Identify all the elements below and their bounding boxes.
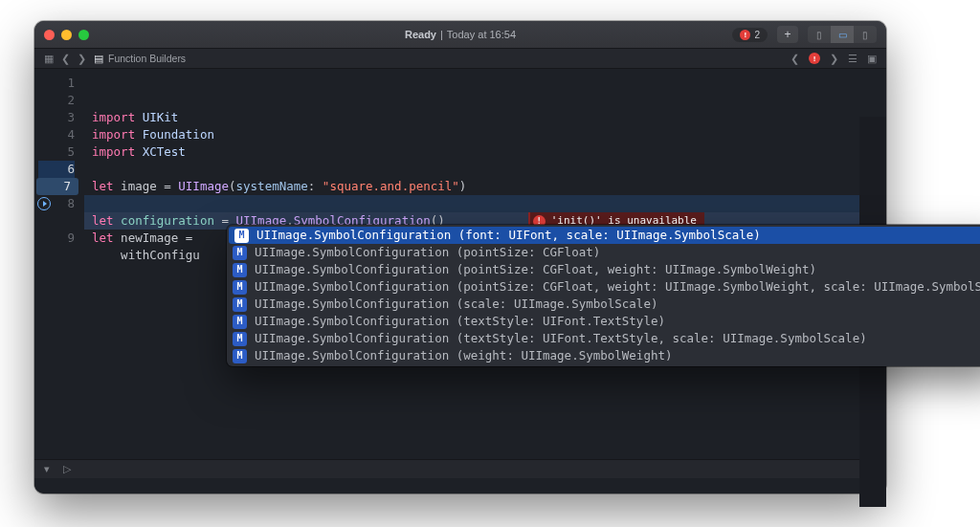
autocomplete-item[interactable]: MUIImage.SymbolConfiguration (pointSize:…: [227, 244, 980, 261]
line-number[interactable]: [38, 212, 75, 230]
plus-icon: +: [784, 28, 791, 41]
jump-bar-right: ❮ ! ❯ ☰ ▣: [791, 53, 877, 65]
window-bottom: [34, 478, 886, 494]
related-items-icon[interactable]: ▦: [44, 53, 54, 65]
line-number[interactable]: 5: [38, 143, 75, 161]
swift-file-icon: ▤: [94, 53, 103, 64]
panel-segment[interactable]: ▯ ▭ ▯: [808, 26, 877, 43]
status-sep: |: [440, 29, 443, 40]
left-panel-icon[interactable]: ▯: [808, 26, 831, 43]
completion-kind-icon: M: [233, 263, 247, 277]
line-number[interactable]: 3: [38, 109, 75, 126]
titlebar-right: ! 2 + ▯ ▭ ▯: [732, 26, 877, 43]
status-strong: Ready: [405, 29, 436, 40]
completion-kind-icon: M: [233, 332, 247, 346]
completion-signature: UIImage.SymbolConfiguration (font: UIFon…: [256, 227, 761, 244]
error-count: 2: [754, 30, 760, 40]
line-gutter[interactable]: 123456789: [34, 69, 84, 459]
titlebar: Ready | Today at 16:54 ! 2 + ▯ ▭ ▯: [34, 21, 886, 48]
status-time: Today at 16:54: [447, 29, 516, 40]
code-line[interactable]: let image = UIImage(systemName: "square.…: [84, 178, 886, 195]
line-number[interactable]: 1: [38, 75, 75, 92]
completion-signature: UIImage.SymbolConfiguration (pointSize: …: [255, 278, 980, 296]
debug-bar: ▾ ▷: [34, 459, 886, 478]
traffic-lights: [44, 30, 89, 40]
add-tab-button[interactable]: +: [777, 26, 798, 43]
autocomplete-item[interactable]: MUIImage.SymbolConfiguration (textStyle:…: [227, 330, 980, 347]
code-line[interactable]: [84, 195, 886, 212]
completion-signature: UIImage.SymbolConfiguration (textStyle: …: [255, 313, 665, 330]
bottom-panel-icon[interactable]: ▭: [831, 26, 854, 43]
line-number[interactable]: 2: [38, 92, 75, 109]
autocomplete-popover[interactable]: MUIImage.SymbolConfiguration (font: UIFo…: [227, 225, 980, 366]
completion-signature: UIImage.SymbolConfiguration (scale: UIIm…: [255, 296, 657, 313]
breadcrumb-file: Function Builders: [108, 53, 186, 64]
code-line[interactable]: import XCTest: [84, 143, 886, 161]
line-number[interactable]: 9: [38, 230, 75, 247]
completion-kind-icon: M: [233, 280, 247, 295]
autocomplete-item[interactable]: MUIImage.SymbolConfiguration (pointSize:…: [227, 261, 980, 278]
jump-bar: ▦ ❮ ❯ ▤ Function Builders ❮ ! ❯ ☰ ▣: [34, 48, 886, 69]
minimize-window-icon[interactable]: [61, 30, 72, 40]
code-line[interactable]: [84, 161, 886, 178]
nav-back-icon[interactable]: ❮: [61, 53, 70, 65]
right-panel-icon[interactable]: ▯: [854, 26, 877, 43]
completion-kind-icon: M: [233, 315, 247, 329]
completion-kind-icon: M: [234, 229, 249, 243]
nav-back-right-icon[interactable]: ❮: [791, 53, 799, 65]
outline-icon[interactable]: ☰: [848, 53, 858, 65]
play-icon[interactable]: ▷: [63, 463, 71, 475]
code-line[interactable]: import Foundation: [84, 126, 886, 143]
xcode-window: Ready | Today at 16:54 ! 2 + ▯ ▭ ▯ ▦ ❮ ❯…: [34, 21, 886, 494]
autocomplete-item[interactable]: MUIImage.SymbolConfiguration (pointSize:…: [227, 278, 980, 296]
code-line[interactable]: import UIKit: [84, 109, 886, 126]
nav-forward-icon[interactable]: ❯: [78, 53, 86, 65]
breadcrumb[interactable]: ▤ Function Builders: [94, 53, 186, 64]
line-number[interactable]: 4: [38, 126, 75, 143]
completion-signature: UIImage.SymbolConfiguration (weight: UII…: [255, 347, 673, 364]
completion-kind-icon: M: [233, 246, 247, 260]
completion-kind-icon: M: [233, 349, 247, 363]
completion-signature: UIImage.SymbolConfiguration (pointSize: …: [255, 244, 600, 261]
autocomplete-item[interactable]: MUIImage.SymbolConfiguration (font: UIFo…: [229, 227, 980, 244]
error-icon: !: [740, 30, 750, 40]
status-center: Ready | Today at 16:54: [405, 29, 516, 40]
fullscreen-window-icon[interactable]: [78, 30, 89, 40]
autocomplete-item[interactable]: MUIImage.SymbolConfiguration (scale: UII…: [227, 296, 980, 313]
completion-signature: UIImage.SymbolConfiguration (textStyle: …: [255, 330, 867, 347]
completion-kind-icon: M: [233, 297, 247, 312]
run-inline-icon[interactable]: [37, 197, 51, 210]
error-pill[interactable]: ! 2: [732, 28, 768, 42]
completion-signature: UIImage.SymbolConfiguration (pointSize: …: [255, 261, 816, 278]
assistant-icon[interactable]: ▣: [867, 53, 877, 65]
nav-forward-right-icon[interactable]: ❯: [830, 53, 838, 65]
inline-error-icon[interactable]: !: [809, 53, 820, 64]
line-number[interactable]: 8: [38, 195, 75, 212]
autocomplete-item[interactable]: MUIImage.SymbolConfiguration (textStyle:…: [227, 313, 980, 330]
line-number[interactable]: 7: [36, 178, 78, 195]
console-toggle-icon[interactable]: ▾: [44, 463, 50, 475]
close-window-icon[interactable]: [44, 30, 55, 40]
autocomplete-item[interactable]: MUIImage.SymbolConfiguration (weight: UI…: [227, 347, 980, 364]
line-number[interactable]: 6: [38, 161, 75, 178]
